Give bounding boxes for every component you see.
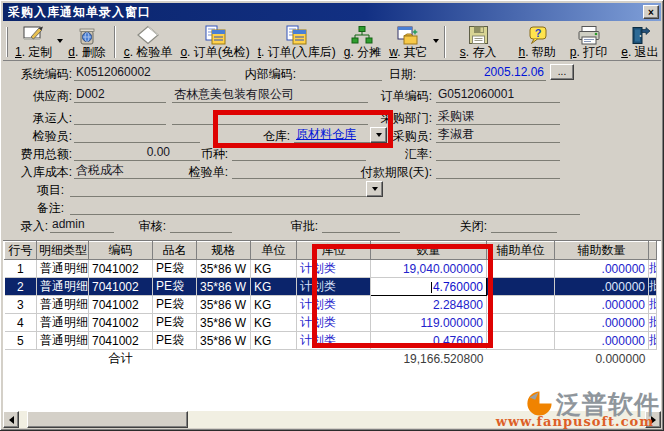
- cell-code[interactable]: 7041002: [89, 332, 153, 350]
- supplier-name-field[interactable]: 杏林意美包装有限公司: [172, 87, 368, 103]
- cell-row-no[interactable]: 1: [5, 260, 37, 278]
- buyer-field[interactable]: 李淑君: [436, 127, 560, 143]
- payment-days-field[interactable]: [436, 163, 560, 179]
- customize-dropdown[interactable]: [57, 23, 63, 59]
- cell-type[interactable]: 普通明细: [37, 296, 89, 314]
- project-combo[interactable]: [70, 181, 366, 197]
- cell-type[interactable]: 普通明细: [37, 314, 89, 332]
- toolbar-button-save[interactable]: s. 存入: [457, 23, 500, 59]
- entered-by-field[interactable]: admin: [50, 217, 114, 233]
- cell-code[interactable]: 7041002: [89, 278, 153, 296]
- cell-spec[interactable]: 35*86 W: [197, 278, 251, 296]
- cell-aux-unit[interactable]: [487, 314, 555, 332]
- cell-type[interactable]: 普通明细: [37, 260, 89, 278]
- cell-qty[interactable]: 19,040.000000: [371, 260, 487, 278]
- cell-row-no[interactable]: 3: [5, 296, 37, 314]
- cell-spec[interactable]: 35*86 W: [197, 260, 251, 278]
- date-field[interactable]: 2005.12.06: [420, 65, 546, 81]
- table-row[interactable]: 1 普通明细 7041002 PE袋 35*86 W KG 计划类 19,040…: [5, 260, 657, 278]
- table-row[interactable]: 5 普通明细 7041002 PE袋 35*86 W KG 计划类 0.4760…: [5, 332, 657, 350]
- cell-spec[interactable]: 35*86 W: [197, 332, 251, 350]
- exchange-rate-field[interactable]: [436, 145, 560, 161]
- cell-qty[interactable]: 2.284800: [371, 296, 487, 314]
- cell-location[interactable]: 计划类: [297, 278, 371, 296]
- inspector-field[interactable]: [74, 127, 200, 143]
- scroll-left-button[interactable]: [3, 411, 19, 428]
- cell-code[interactable]: 7041002: [89, 260, 153, 278]
- scrollbar-thumb[interactable]: [27, 411, 188, 428]
- cell-product[interactable]: PE袋: [153, 314, 197, 332]
- toolbar-button-other[interactable]: w. 其它: [386, 23, 431, 59]
- warehouse-combo[interactable]: 原材料仓库: [294, 127, 370, 143]
- cell-location[interactable]: 计划类: [297, 296, 371, 314]
- table-row[interactable]: 4 普通明细 7041002 PE袋 35*86 W KG 计划类 119.00…: [5, 314, 657, 332]
- closed-by-field[interactable]: [491, 217, 557, 233]
- cell-aux-qty[interactable]: .000000: [555, 260, 649, 278]
- date-picker-button[interactable]: ...: [550, 64, 574, 80]
- cell-unit[interactable]: KG: [251, 260, 297, 278]
- cell-code[interactable]: 7041002: [89, 314, 153, 332]
- table-row-selected[interactable]: 2 普通明细 7041002 PE袋 35*86 W KG 计划类 4.7600…: [5, 278, 657, 296]
- reviewed-by-field[interactable]: [170, 217, 232, 233]
- cell-aux-qty[interactable]: .000000: [555, 296, 649, 314]
- cell-aux-unit[interactable]: [487, 332, 555, 350]
- table-row[interactable]: 3 普通明细 7041002 PE袋 35*86 W KG 计划类 2.2848…: [5, 296, 657, 314]
- cell-clipped[interactable]: 批: [649, 296, 657, 314]
- approved-by-field[interactable]: [322, 217, 400, 233]
- cell-product[interactable]: PE袋: [153, 278, 197, 296]
- other-dropdown[interactable]: [433, 23, 439, 59]
- cell-row-no[interactable]: 2: [5, 278, 37, 296]
- toolbar-button-help[interactable]: ? h. 帮助: [515, 23, 558, 59]
- cell-aux-unit[interactable]: [487, 278, 555, 296]
- cell-spec[interactable]: 35*86 W: [197, 296, 251, 314]
- toolbar-button-customize[interactable]: 1. 定制: [12, 23, 55, 59]
- cell-qty-editing[interactable]: 4.760000: [371, 278, 487, 296]
- toolbar-grip[interactable]: [6, 27, 8, 57]
- cell-aux-unit[interactable]: [487, 296, 555, 314]
- cell-aux-qty[interactable]: .000000: [555, 278, 649, 296]
- supplier-code-field[interactable]: D002: [74, 87, 166, 103]
- close-button[interactable]: ×: [643, 5, 659, 19]
- system-code-field[interactable]: K0512060002: [74, 65, 226, 81]
- toolbar-button-print[interactable]: p. 打印: [567, 23, 610, 59]
- cell-spec[interactable]: 35*86 W: [197, 314, 251, 332]
- toolbar-button-exit[interactable]: e. 退出: [618, 23, 661, 59]
- toolbar-button-order-exempt[interactable]: o. 订单(免检): [177, 23, 252, 59]
- toolbar-button-delete[interactable]: d. 删除: [65, 23, 108, 59]
- cell-clipped[interactable]: 批: [649, 332, 657, 350]
- cell-aux-qty[interactable]: .000000: [555, 332, 649, 350]
- carrier-name-field[interactable]: [172, 109, 368, 125]
- currency-field[interactable]: [232, 145, 366, 161]
- cell-row-no[interactable]: 4: [5, 314, 37, 332]
- cell-qty[interactable]: 119.000000: [371, 314, 487, 332]
- order-code-field[interactable]: G0512060001: [436, 87, 560, 103]
- cell-aux-qty[interactable]: .000000: [555, 314, 649, 332]
- cell-type[interactable]: 普通明细: [37, 332, 89, 350]
- cell-location[interactable]: 计划类: [297, 332, 371, 350]
- cell-product[interactable]: PE袋: [153, 296, 197, 314]
- toolbar-button-allocate[interactable]: g. 分摊: [341, 23, 384, 59]
- cell-product[interactable]: PE袋: [153, 260, 197, 278]
- cell-product[interactable]: PE袋: [153, 332, 197, 350]
- purchase-dept-field[interactable]: 采购课: [436, 109, 560, 125]
- titlebar[interactable]: 采购入库通知单录入窗口 ×: [3, 3, 661, 21]
- cell-clipped[interactable]: 批: [649, 260, 657, 278]
- cell-location[interactable]: 计划类: [297, 314, 371, 332]
- cell-row-no[interactable]: 5: [5, 332, 37, 350]
- cell-unit[interactable]: KG: [251, 296, 297, 314]
- cell-location[interactable]: 计划类: [297, 260, 371, 278]
- cell-type[interactable]: 普通明细: [37, 278, 89, 296]
- cell-clipped[interactable]: 批: [649, 278, 657, 296]
- toolbar-button-order-after[interactable]: t. 订单(入库后): [255, 23, 339, 59]
- project-dropdown-button[interactable]: [366, 181, 383, 197]
- cell-unit[interactable]: KG: [251, 278, 297, 296]
- carrier-field[interactable]: [74, 109, 166, 125]
- cell-unit[interactable]: KG: [251, 332, 297, 350]
- cell-aux-unit[interactable]: [487, 260, 555, 278]
- toolbar-button-inspection[interactable]: c. 检验单: [121, 23, 176, 59]
- cell-clipped[interactable]: 批: [649, 314, 657, 332]
- cell-qty[interactable]: 0.476000: [371, 332, 487, 350]
- remark-field[interactable]: [70, 199, 580, 215]
- cell-code[interactable]: 7041002: [89, 296, 153, 314]
- cell-unit[interactable]: KG: [251, 314, 297, 332]
